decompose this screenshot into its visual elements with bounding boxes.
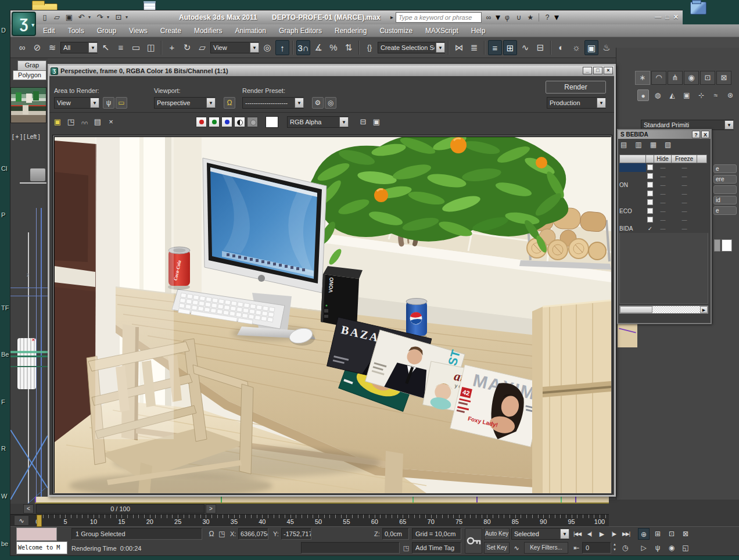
- key-step-toggle[interactable]: [571, 542, 582, 554]
- z-coordinate-field[interactable]: 0,0cm: [382, 528, 409, 540]
- bebida-hscrollbar[interactable]: ▶: [619, 306, 708, 314]
- undo-button[interactable]: [76, 12, 87, 22]
- maxscript-listener-output[interactable]: Welcome to M: [16, 541, 67, 554]
- menu-item[interactable]: Create: [160, 27, 181, 35]
- category-spacewarps-icon[interactable]: [710, 89, 722, 101]
- menu-item[interactable]: Tools: [68, 27, 84, 35]
- absolute-mode-icon[interactable]: [217, 528, 227, 540]
- freeze-toggle[interactable]: —: [672, 209, 697, 214]
- freeze-toggle[interactable]: —: [672, 182, 697, 188]
- key-filters-button[interactable]: Key Filters...: [524, 542, 568, 554]
- desktop-icon-label[interactable]: D: [1, 27, 6, 34]
- next-frame-button[interactable]: >: [206, 504, 216, 514]
- zoom-button[interactable]: [638, 528, 650, 540]
- material-editor-icon[interactable]: [554, 40, 568, 55]
- white-swatch[interactable]: [722, 239, 732, 252]
- time-configuration-button[interactable]: [619, 542, 631, 554]
- isolate-toggle-icon[interactable]: ◳: [401, 542, 411, 554]
- environment-button[interactable]: ◎: [325, 97, 336, 109]
- layer-name[interactable]: [619, 163, 646, 172]
- hide-toggle[interactable]: —: [654, 174, 672, 180]
- curve-editor-icon[interactable]: [518, 40, 532, 55]
- viewport-dropdown[interactable]: Perspective ▼: [154, 97, 216, 109]
- qat-dropdown-icon[interactable]: [125, 15, 130, 20]
- named-selection-dropdown[interactable]: Create Selection Se ▼: [378, 42, 445, 53]
- rfw-title-bar[interactable]: Ʒ Perspective, frame 0, RGBA Color 16 Bi…: [49, 66, 614, 76]
- menu-item[interactable]: Animation: [235, 27, 266, 35]
- gray-swatch[interactable]: [714, 239, 720, 252]
- play-button[interactable]: [596, 528, 607, 540]
- layer-name[interactable]: [619, 189, 646, 198]
- select-and-manipulate-icon[interactable]: [275, 40, 289, 55]
- hide-column-header[interactable]: Hide: [654, 155, 672, 163]
- tab-polygon[interactable]: Polygon: [13, 70, 46, 80]
- project-folder-button[interactable]: [113, 12, 124, 22]
- search-input[interactable]: [396, 12, 482, 23]
- auto-key-button[interactable]: Auto Key: [484, 528, 510, 540]
- render-preset-dropdown[interactable]: -------------------- ▼: [242, 97, 304, 109]
- align-icon[interactable]: [467, 40, 481, 55]
- schematic-view-icon[interactable]: [533, 40, 547, 55]
- primitive-button[interactable]: id: [713, 196, 737, 204]
- category-systems-icon[interactable]: [724, 89, 736, 101]
- maximize-button[interactable]: □: [665, 13, 669, 21]
- layer-name[interactable]: ON: [619, 181, 646, 189]
- category-lights-icon[interactable]: [666, 89, 678, 101]
- communication-center-icon[interactable]: [514, 13, 523, 22]
- spinner-snap-icon[interactable]: [342, 40, 356, 55]
- primitive-button[interactable]: ere: [713, 175, 737, 184]
- desktop-icon-label[interactable]: F: [1, 399, 5, 405]
- zoom-all-button[interactable]: [652, 528, 663, 540]
- desktop-icon-label[interactable]: Be: [1, 351, 9, 358]
- menu-item[interactable]: Graph Editors: [279, 27, 322, 35]
- layer-toggle-icon[interactable]: [357, 116, 369, 128]
- hide-toggle[interactable]: —: [654, 165, 672, 171]
- category-cameras-icon[interactable]: [681, 89, 693, 101]
- save-file-button[interactable]: [64, 12, 74, 22]
- percent-snap-icon[interactable]: [327, 40, 340, 55]
- next-frame-playback-button[interactable]: [608, 528, 619, 540]
- redo-button[interactable]: [95, 12, 105, 22]
- menu-item[interactable]: Views: [129, 27, 148, 35]
- layer-manager-icon[interactable]: [488, 40, 502, 55]
- layer-checkbox[interactable]: ✓: [646, 225, 654, 232]
- primitive-button[interactable]: [713, 185, 737, 194]
- edit-named-selection-icon[interactable]: [363, 40, 376, 55]
- viewport-thumbnail[interactable]: [10, 87, 46, 123]
- tab-hierarchy-icon[interactable]: [668, 71, 683, 85]
- dropdown-arrow-icon[interactable]: ▼: [88, 42, 98, 53]
- desktop-icon-label[interactable]: Cl: [1, 165, 7, 172]
- layer-name[interactable]: [619, 198, 646, 207]
- bind-to-spacewarp-icon[interactable]: [45, 40, 59, 55]
- rfw-maximize-button[interactable]: □: [593, 67, 602, 74]
- clear-image-icon[interactable]: [105, 116, 117, 128]
- layer-name[interactable]: ECO: [619, 207, 646, 216]
- help-icon[interactable]: [543, 13, 552, 22]
- layer-settings-icon[interactable]: [665, 141, 671, 149]
- y-coordinate-field[interactable]: -1752,717c: [281, 528, 311, 540]
- window-crossing-icon[interactable]: [144, 40, 158, 55]
- render-setup-button[interactable]: ⚙: [312, 97, 324, 109]
- menu-item[interactable]: Modifiers: [194, 27, 223, 35]
- layer-row[interactable]: BIDA ✓ — —: [619, 224, 708, 233]
- selection-lock-icon[interactable]: [207, 528, 216, 540]
- viewport-label[interactable]: [ + ] [ Left ]: [12, 134, 40, 140]
- search-icon[interactable]: [484, 13, 493, 22]
- menu-item[interactable]: Rendering: [335, 27, 367, 35]
- layer-row[interactable]: — —: [619, 189, 708, 198]
- tab-utilities-icon[interactable]: [716, 71, 731, 85]
- open-file-button[interactable]: [52, 12, 62, 22]
- select-by-name-icon[interactable]: [114, 40, 128, 55]
- previous-frame-playback-button[interactable]: [584, 528, 595, 540]
- pan-region-button[interactable]: [103, 97, 114, 109]
- freeze-toggle[interactable]: —: [672, 217, 697, 223]
- layer-checkbox[interactable]: [646, 191, 654, 198]
- menu-item[interactable]: Customize: [379, 27, 412, 35]
- color-swatch[interactable]: [266, 116, 278, 128]
- key-mode-dropdown[interactable]: Selected ▼: [511, 528, 569, 540]
- dropdown-arrow-icon[interactable]: ▼: [90, 98, 99, 108]
- freeze-column-header[interactable]: Freeze: [672, 155, 697, 163]
- dropdown-arrow-icon[interactable]: ▼: [436, 42, 445, 53]
- reference-coordinate-dropdown[interactable]: View ▼: [210, 42, 259, 53]
- maxscript-mini-listener[interactable]: [16, 527, 57, 541]
